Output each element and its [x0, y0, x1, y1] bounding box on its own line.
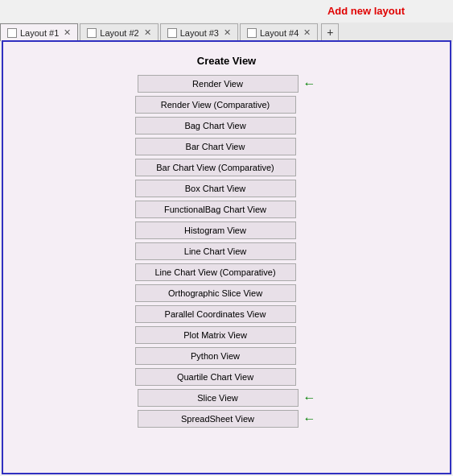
view-btn-4[interactable]: Bar Chart View (Comparative)	[135, 159, 296, 176]
view-btn-row-3: Bar Chart View	[19, 138, 434, 155]
view-btn-row-8: Line Chart View	[19, 242, 434, 260]
view-btn-row-14: Quartile Chart View	[19, 368, 434, 386]
create-view-title: Create View	[197, 55, 256, 67]
arrow-indicator-15: ←	[303, 391, 316, 405]
view-btn-row-4: Bar Chart View (Comparative)	[19, 159, 434, 176]
view-btn-row-13: Python View	[19, 347, 434, 365]
view-btn-row-5: Box Chart View	[19, 180, 434, 197]
view-btn-9[interactable]: Line Chart View (Comparative)	[135, 263, 296, 281]
view-btn-6[interactable]: FunctionalBag Chart View	[135, 201, 296, 218]
tab-icon-2	[87, 28, 97, 38]
add-layout-label: Add new layout	[327, 5, 405, 17]
view-btn-row-16: SpreadSheet View←	[19, 410, 434, 428]
tab-close-3[interactable]: ✕	[224, 27, 231, 38]
view-buttons-list: Render View←Render View (Comparative)Bag…	[19, 75, 434, 428]
view-btn-row-10: Orthographic Slice View	[19, 284, 434, 302]
view-btn-row-15: Slice View←	[19, 389, 434, 407]
tab-label-1: Layout #1	[20, 28, 59, 38]
tab-layout2[interactable]: Layout #2 ✕	[80, 23, 158, 41]
tab-label-2: Layout #2	[100, 28, 138, 38]
tab-layout4[interactable]: Layout #4 ✕	[240, 23, 318, 41]
tab-close-4[interactable]: ✕	[303, 27, 311, 38]
view-btn-row-12: Plot Matrix View	[19, 326, 434, 344]
view-btn-2[interactable]: Bag Chart View	[135, 117, 296, 135]
view-btn-15[interactable]: Slice View	[138, 389, 299, 407]
view-btn-7[interactable]: Histogram View	[135, 221, 296, 239]
view-btn-11[interactable]: Parallel Coordinates View	[135, 305, 296, 323]
view-btn-10[interactable]: Orthographic Slice View	[135, 284, 296, 302]
view-btn-5[interactable]: Box Chart View	[135, 180, 296, 197]
tab-bar: Layout #1 ✕ Layout #2 ✕ Layout #3 ✕ Layo…	[0, 23, 453, 42]
tab-close-1[interactable]: ✕	[64, 27, 71, 38]
tab-icon-4	[247, 28, 257, 38]
view-btn-row-7: Histogram View	[19, 221, 434, 239]
view-btn-row-6: FunctionalBag Chart View	[19, 201, 434, 218]
main-area: Create View Render View←Render View (Com…	[2, 40, 451, 474]
view-btn-14[interactable]: Quartile Chart View	[135, 368, 296, 386]
view-btn-row-9: Line Chart View (Comparative)	[19, 263, 434, 281]
view-btn-1[interactable]: Render View (Comparative)	[135, 96, 296, 114]
view-btn-13[interactable]: Python View	[135, 347, 296, 365]
add-tab-button[interactable]: +	[321, 23, 339, 41]
tab-label-4: Layout #4	[260, 28, 299, 38]
tab-layout1[interactable]: Layout #1 ✕	[0, 23, 78, 41]
tab-label-3: Layout #3	[180, 28, 219, 38]
tab-icon-3	[167, 28, 177, 38]
view-btn-0[interactable]: Render View	[138, 75, 299, 93]
view-btn-row-2: Bag Chart View	[19, 117, 434, 135]
arrow-indicator-16: ←	[303, 412, 316, 426]
view-btn-8[interactable]: Line Chart View	[135, 242, 296, 260]
view-btn-row-11: Parallel Coordinates View	[19, 305, 434, 323]
arrow-indicator-0: ←	[303, 77, 316, 91]
tab-close-2[interactable]: ✕	[144, 27, 151, 38]
view-btn-row-1: Render View (Comparative)	[19, 96, 434, 114]
tab-icon-1	[7, 28, 17, 38]
view-btn-3[interactable]: Bar Chart View	[135, 138, 296, 155]
view-btn-row-0: Render View←	[19, 75, 434, 93]
view-btn-12[interactable]: Plot Matrix View	[135, 326, 296, 344]
tab-layout3[interactable]: Layout #3 ✕	[160, 23, 238, 41]
view-btn-16[interactable]: SpreadSheet View	[138, 410, 299, 428]
